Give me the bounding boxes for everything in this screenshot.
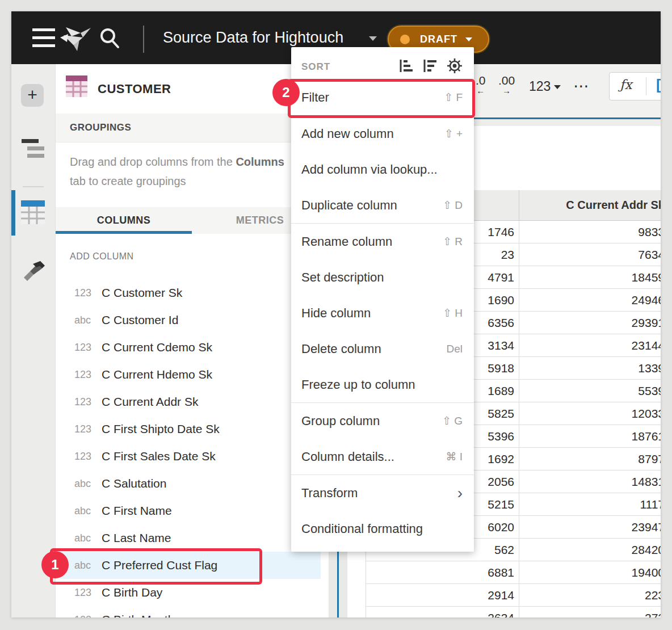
- column-list-item[interactable]: 123C Current Cdemo Sk: [56, 334, 321, 361]
- table-element-icon[interactable]: [21, 200, 45, 226]
- submenu-chevron-icon: ›: [457, 488, 463, 499]
- cell-current-addr-sk: 5539: [519, 380, 661, 402]
- increase-decimal-button[interactable]: .00 →: [498, 74, 515, 95]
- column-list-item[interactable]: 123C Current Hdemo Sk: [56, 361, 321, 388]
- menu-item-conditional-formatting[interactable]: Conditional formatting: [291, 511, 474, 547]
- menu-item-filter[interactable]: Filter⇧ F: [291, 79, 474, 115]
- cell-current-addr-sk: 24946: [519, 289, 661, 311]
- groupings-hint-text: Drag and drop columns from the Columns t…: [70, 152, 314, 191]
- bracket-icon: [: [656, 76, 661, 94]
- element-selection-left-border: [337, 552, 339, 618]
- column-type-badge: 123: [74, 415, 99, 443]
- menu-item-transform[interactable]: Transform›: [291, 475, 474, 511]
- column-list-item[interactable]: 123C First Sales Date Sk: [56, 443, 321, 470]
- left-rail: +: [11, 64, 55, 618]
- menu-item-add-column-via-lookup[interactable]: Add column via lookup...: [291, 152, 474, 187]
- table-row[interactable]: 688119400: [366, 561, 661, 584]
- menu-item-label: Hide column: [301, 306, 443, 321]
- column-type-badge: 123: [74, 443, 99, 470]
- column-list-item[interactable]: 123C Customer Sk: [56, 279, 321, 306]
- app-window: o Sk C Current Addr Sk 17469833237634479…: [11, 11, 661, 618]
- menu-item-label: Set description: [301, 270, 463, 285]
- decrease-decimal-button[interactable]: .0 ←: [476, 74, 486, 95]
- column-type-badge: abc: [74, 470, 99, 497]
- column-list-item[interactable]: 123C First Shipto Date Sk: [56, 415, 321, 443]
- column-name: C First Name: [102, 497, 172, 524]
- formula-bar[interactable]: ƒx [: [609, 72, 661, 100]
- menu-item-group-column[interactable]: Group column⇧ G: [291, 403, 474, 439]
- column-type-badge: 123: [74, 361, 99, 388]
- workbook-title-caret-icon[interactable]: [369, 36, 377, 41]
- menu-item-freeze-up-to-column[interactable]: Freeze up to column: [291, 367, 474, 402]
- menu-item-label: Add column via lookup...: [301, 162, 463, 177]
- table-row[interactable]: 2634273: [366, 607, 661, 618]
- column-list-item[interactable]: 123C Birth Day: [56, 579, 321, 606]
- menu-item-delete-column[interactable]: Delete columnDel: [291, 331, 474, 367]
- menu-item-label: Column details...: [301, 450, 446, 464]
- menu-item-rename-column[interactable]: Rename column⇧ R: [291, 224, 474, 259]
- menu-item-shortcut: ⇧ +: [444, 127, 463, 140]
- column-header-current-addr-sk[interactable]: C Current Addr Sk: [519, 190, 661, 220]
- column-list-item[interactable]: 123C Birth Month: [56, 606, 321, 618]
- sort-label: SORT: [301, 61, 390, 73]
- format-brush-icon[interactable]: [22, 256, 45, 283]
- sort-settings-gear-icon[interactable]: [447, 58, 463, 76]
- column-list-item[interactable]: abcC First Name: [56, 497, 321, 524]
- cell-current-addr-sk: 23947: [519, 516, 661, 538]
- menu-item-label: Filter: [301, 90, 444, 105]
- column-name: C Current Addr Sk: [102, 388, 198, 415]
- column-name: C First Shipto Date Sk: [102, 415, 220, 443]
- column-list-item[interactable]: abcC Last Name: [56, 524, 321, 552]
- column-name: C Customer Id: [102, 306, 178, 334]
- menu-item-label: Delete column: [301, 342, 446, 356]
- menu-item-shortcut: ⇧ F: [444, 91, 463, 104]
- menu-item-duplicate-column[interactable]: Duplicate column⇧ D: [291, 187, 474, 223]
- source-table-name[interactable]: CUSTOMER: [98, 64, 171, 114]
- cell-hdemo-sk: 6881: [366, 561, 519, 583]
- menu-item-set-description[interactable]: Set description: [291, 259, 474, 295]
- column-type-badge: abc: [74, 306, 99, 334]
- column-list-item[interactable]: abcC Salutation: [56, 470, 321, 497]
- menu-item-hide-column[interactable]: Hide column⇧ H: [291, 295, 474, 331]
- hamburger-menu-icon[interactable]: [32, 28, 55, 47]
- sigma-logo-icon[interactable]: [60, 23, 91, 57]
- menu-item-shortcut: Del: [446, 343, 463, 355]
- add-column-label[interactable]: ADD COLUMN: [70, 251, 134, 262]
- sort-descending-icon[interactable]: [423, 58, 438, 75]
- menu-item-label: Duplicate column: [301, 198, 443, 213]
- menu-item-shortcut: ⌘ I: [446, 450, 463, 463]
- cell-current-addr-sk: 1339: [519, 357, 661, 379]
- cell-current-addr-sk: 1117: [519, 493, 661, 515]
- table-row[interactable]: 2914223: [366, 584, 661, 607]
- topbar-divider: [143, 26, 144, 53]
- cell-current-addr-sk: 8797: [519, 448, 661, 470]
- number-format-label: 123: [529, 79, 551, 94]
- column-list-item[interactable]: abcC Preferred Cust Flag: [56, 552, 321, 579]
- groupings-section[interactable]: GROUPINGS: [56, 114, 329, 142]
- column-list-item[interactable]: 123C Current Addr Sk: [56, 388, 321, 415]
- column-type-badge: abc: [74, 497, 99, 524]
- menu-item-shortcut: ⇧ G: [442, 414, 463, 427]
- fx-icon: ƒx: [620, 77, 632, 92]
- column-list-item[interactable]: abcC Customer Id: [56, 306, 321, 334]
- column-type-badge: 123: [74, 334, 99, 361]
- column-name: C Preferred Cust Flag: [102, 552, 217, 579]
- cell-current-addr-sk: 14831: [519, 471, 661, 493]
- column-list: 123C Customer SkabcC Customer Id123C Cur…: [56, 279, 321, 618]
- cell-current-addr-sk: 28420: [519, 539, 661, 561]
- cell-current-addr-sk: 29391: [519, 312, 661, 334]
- more-options-button[interactable]: ⋯: [573, 77, 590, 95]
- menu-item-add-new-column[interactable]: Add new column⇧ +: [291, 116, 474, 152]
- menu-item-label: Group column: [301, 414, 442, 429]
- sort-ascending-icon[interactable]: [399, 58, 414, 75]
- number-format-dropdown[interactable]: 123: [529, 79, 561, 94]
- tab-columns[interactable]: COLUMNS: [56, 207, 192, 234]
- page-elements-icon[interactable]: [22, 139, 44, 157]
- add-element-button[interactable]: +: [21, 84, 44, 107]
- column-name: C Customer Sk: [102, 279, 182, 306]
- cell-hdemo-sk: 2914: [366, 584, 519, 606]
- search-icon[interactable]: [98, 26, 123, 51]
- decrease-decimal-arrow-icon: ←: [476, 87, 486, 95]
- cell-current-addr-sk: 9833: [519, 221, 661, 243]
- menu-item-column-details[interactable]: Column details...⌘ I: [291, 439, 474, 474]
